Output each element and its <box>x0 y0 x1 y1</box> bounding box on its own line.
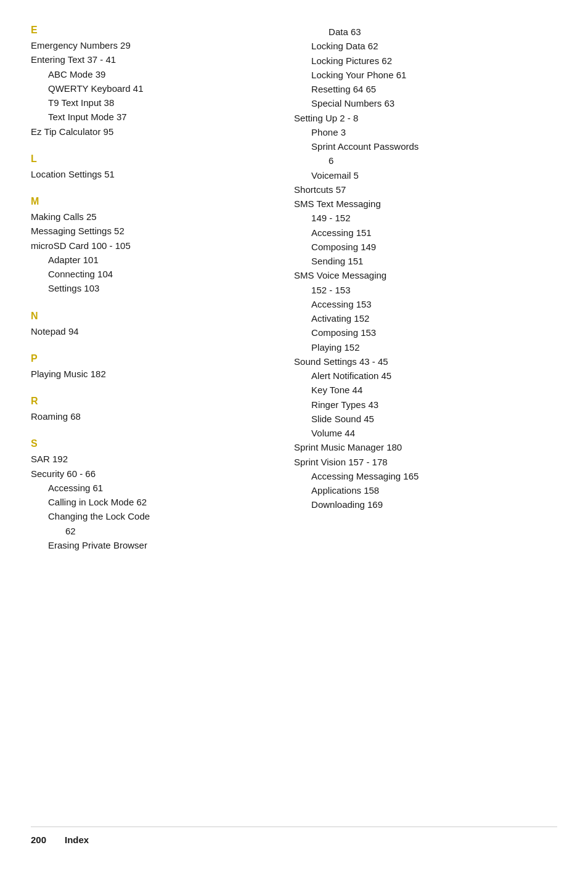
index-entry: Messaging Settings 52 <box>31 224 276 238</box>
section-letter: S <box>31 438 276 449</box>
index-entry: Emergency Numbers 29 <box>31 38 276 52</box>
index-entry: Accessing 61 <box>31 481 276 495</box>
index-entry: Accessing 153 <box>294 297 557 311</box>
index-entry: Composing 149 <box>294 240 557 254</box>
index-entry: Voicemail 5 <box>294 168 557 182</box>
content-columns: EEmergency Numbers 29Entering Text 37 - … <box>31 25 557 814</box>
index-entry: Locking Your Phone 61 <box>294 68 557 82</box>
index-entry: Security 60 - 66 <box>31 467 276 481</box>
index-entry: Making Calls 25 <box>31 210 276 224</box>
index-entry: Notepad 94 <box>31 324 276 338</box>
section-letter: N <box>31 311 276 322</box>
index-entry: Locking Pictures 62 <box>294 54 557 68</box>
section-s: SSAR 192Security 60 - 66Accessing 61Call… <box>31 438 276 552</box>
index-entry: 149 - 152 <box>294 211 557 225</box>
index-entry: Shortcuts 57 <box>294 182 557 197</box>
index-entry: Locking Data 62 <box>294 39 557 53</box>
index-entry: 62 <box>31 524 276 538</box>
index-entry: QWERTY Keyboard 41 <box>31 81 276 96</box>
footer-label: Index <box>65 835 89 845</box>
index-entry: Activating 152 <box>294 311 557 325</box>
index-entry: ABC Mode 39 <box>31 67 276 81</box>
index-entry: 152 - 153 <box>294 283 557 297</box>
index-entry: Settings 103 <box>31 281 276 295</box>
index-entry: Sprint Vision 157 - 178 <box>294 455 557 469</box>
index-entry: Entering Text 37 - 41 <box>31 52 276 67</box>
index-entry: Key Tone 44 <box>294 383 557 397</box>
section-letter: P <box>31 353 276 364</box>
index-entry: T9 Text Input 38 <box>31 96 276 110</box>
index-entry: Playing Music 182 <box>31 367 276 381</box>
section-letter: R <box>31 396 276 407</box>
index-entry: 6 <box>294 153 557 168</box>
index-entry: Setting Up 2 - 8 <box>294 111 557 125</box>
index-entry: Roaming 68 <box>31 409 276 423</box>
section-r: RRoaming 68 <box>31 396 276 423</box>
section-p: PPlaying Music 182 <box>31 353 276 381</box>
index-entry: Sending 151 <box>294 254 557 268</box>
index-entry: Special Numbers 63 <box>294 96 557 110</box>
section-letter: L <box>31 153 276 165</box>
index-entry: Sprint Account Passwords <box>294 139 557 153</box>
index-entry: Location Settings 51 <box>31 167 276 181</box>
footer: 200 Index <box>31 827 557 845</box>
index-entry: SMS Voice Messaging <box>294 268 557 282</box>
index-entry: Ez Tip Calculator 95 <box>31 125 276 139</box>
section-m: MMaking Calls 25Messaging Settings 52mic… <box>31 196 276 296</box>
index-entry: Volume 44 <box>294 426 557 440</box>
index-entry: SAR 192 <box>31 452 276 466</box>
index-entry: Accessing Messaging 165 <box>294 469 557 483</box>
index-entry: Text Input Mode 37 <box>31 110 276 124</box>
index-entry: Ringer Types 43 <box>294 398 557 412</box>
index-entry: Alert Notification 45 <box>294 369 557 383</box>
index-entry: microSD Card 100 - 105 <box>31 239 276 253</box>
index-entry: Composing 153 <box>294 325 557 340</box>
index-entry: Resetting 64 65 <box>294 82 557 96</box>
footer-page-number: 200 <box>31 835 46 845</box>
index-entry: Playing 152 <box>294 340 557 354</box>
index-entry: Applications 158 <box>294 483 557 497</box>
index-entry: Calling in Lock Mode 62 <box>31 495 276 509</box>
index-entry: Data 63 <box>294 25 557 39</box>
index-entry: Downloading 169 <box>294 497 557 512</box>
index-entry: SMS Text Messaging <box>294 197 557 211</box>
index-entry: Slide Sound 45 <box>294 412 557 426</box>
page-container: EEmergency Numbers 29Entering Text 37 - … <box>0 0 588 882</box>
index-entry: Sound Settings 43 - 45 <box>294 354 557 369</box>
left-column: EEmergency Numbers 29Entering Text 37 - … <box>31 25 288 814</box>
index-entry: Changing the Lock Code <box>31 509 276 523</box>
index-entry: Phone 3 <box>294 125 557 139</box>
right-column: Data 63Locking Data 62Locking Pictures 6… <box>288 25 557 814</box>
index-entry: Accessing 151 <box>294 226 557 240</box>
index-entry: Connecting 104 <box>31 267 276 281</box>
section-l: LLocation Settings 51 <box>31 153 276 181</box>
section-e: EEmergency Numbers 29Entering Text 37 - … <box>31 25 276 139</box>
section-letter: M <box>31 196 276 207</box>
index-entry: Erasing Private Browser <box>31 538 276 552</box>
index-entry: Sprint Music Manager 180 <box>294 440 557 454</box>
section-letter: E <box>31 25 276 36</box>
index-entry: Adapter 101 <box>31 253 276 267</box>
section-n: NNotepad 94 <box>31 311 276 338</box>
